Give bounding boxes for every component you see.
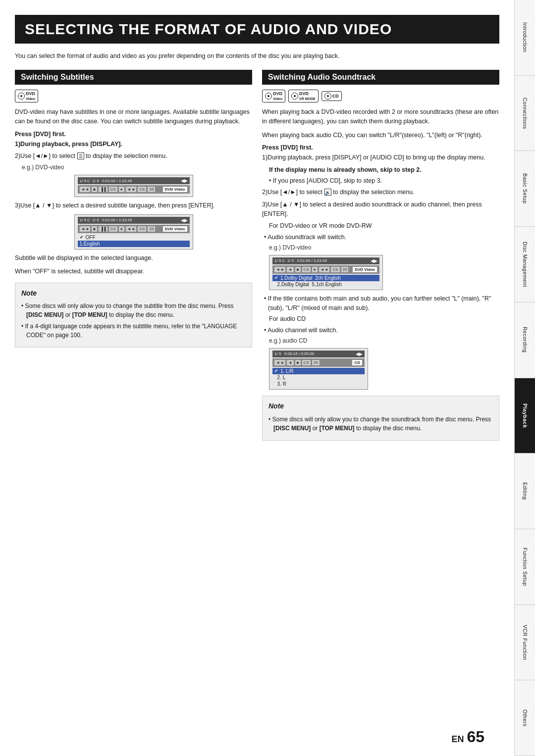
note-item-audio-1: • Some discs will only allow you to chan… bbox=[268, 415, 493, 433]
sidebar-label-others: Others bbox=[522, 709, 528, 727]
intro-text: You can select the format of audio and v… bbox=[15, 51, 499, 61]
lr-text: 1. L/R bbox=[280, 368, 294, 374]
top-menu-bold-r: [TOP MENU] bbox=[320, 425, 355, 432]
cd-icon-5: 25 bbox=[312, 360, 320, 365]
sidebar-item-introduction: Introduction bbox=[515, 0, 535, 76]
step2: 2)Use [◄/►] to select ☰ to display the s… bbox=[15, 151, 252, 161]
dvd-icon-1: ◄◄ bbox=[274, 267, 285, 272]
sidebar-label-playback: Playback bbox=[522, 403, 528, 428]
step3-text: 3)Use [▲ / ▼] to select a desired subtit… bbox=[15, 202, 214, 209]
sidebar-label-function-setup: Function Setup bbox=[522, 548, 528, 586]
icon-4: CS bbox=[109, 187, 117, 192]
sidebar-label-basic-setup: Basic Setup bbox=[522, 173, 528, 204]
icon2-3: ▐▐ bbox=[99, 226, 107, 232]
sidebar-item-connections: Connections bbox=[515, 76, 535, 151]
channel-switch-bullet: • Audio channel will switch. bbox=[262, 326, 499, 335]
disc-icons-audio: DVDVideo DVDVR MODE CD bbox=[262, 90, 499, 102]
for-audio-cd-label: For audio CD bbox=[269, 314, 499, 324]
sidebar-item-function-setup: Function Setup bbox=[515, 529, 535, 605]
cd-eg-label: e.g.) audio CD bbox=[269, 337, 499, 344]
audio-body2: When playing back audio CD, you can swit… bbox=[262, 131, 499, 140]
note-item-2: • If a 4-digit language code appears in … bbox=[21, 322, 246, 340]
press-dvd-label: Press [DVD] first. bbox=[15, 131, 252, 138]
note-item-1: • Some discs will only allow you to chan… bbox=[21, 302, 246, 319]
audio-menu-icon: 🔊 bbox=[324, 189, 331, 196]
screen2-top: 1/ 5 C 1/ 5 0:01:00 / 1:33:45 ◀▶ bbox=[78, 217, 190, 224]
screen-cd-top-text: 1/ 5 0:00:15 / 0:05:00 bbox=[274, 352, 314, 356]
note-title-right: Note bbox=[268, 401, 493, 412]
dvd-icon-8: 25 bbox=[341, 267, 349, 272]
menu-item-off: ✔ OFF bbox=[78, 234, 190, 241]
icon-2: ■ bbox=[92, 187, 97, 192]
check-off: ✔ bbox=[80, 235, 84, 240]
audio-step1-sub: If the display menu is already shown, sk… bbox=[269, 165, 499, 175]
icon-3: ▐▐ bbox=[99, 187, 107, 192]
dvd-text-audio: DVDVideo bbox=[273, 91, 282, 101]
menu-dolby-2: 2.Dolby Digital 5.1ch English bbox=[272, 281, 379, 288]
audio-step3: 3)Use [▲ / ▼] to select a desired audio … bbox=[262, 200, 499, 219]
menu-l: 2. L bbox=[272, 374, 365, 381]
page-number-area: EN 65 bbox=[451, 728, 484, 746]
dolby-2-text: 2.Dolby Digital 5.1ch English bbox=[274, 282, 342, 287]
icon2-4: CS bbox=[109, 226, 117, 232]
after-step-1: Subtitle will be displayed in the select… bbox=[15, 253, 252, 263]
sidebar-item-basic-setup: Basic Setup bbox=[515, 151, 535, 227]
audio-step2-rest: to display the selection menu. bbox=[333, 189, 415, 196]
icon2-8: 25 bbox=[148, 226, 155, 232]
dvd-icon-2: ◄ bbox=[287, 267, 294, 272]
main-content: SELECTING THE FORMAT OF AUDIO AND VIDEO … bbox=[0, 0, 514, 756]
two-column-layout: Switching Subtitles DVDVideo DVD-video m… bbox=[15, 70, 499, 441]
l-text: 2. L bbox=[274, 375, 285, 380]
screen2-top-text: 1/ 5 C 1/ 5 0:01:00 / 1:33:45 bbox=[80, 218, 132, 222]
after-step-2: When "OFF" is selected, subtitle will di… bbox=[15, 267, 252, 276]
screen1-arrow: ◀▶ bbox=[181, 178, 188, 183]
icon2-1: ◄◄ bbox=[80, 226, 91, 232]
dvd-icon-4: CS bbox=[302, 267, 311, 272]
menu-icon: ☰ bbox=[77, 152, 84, 159]
sidebar-label-disc-management: Disc Management bbox=[522, 242, 528, 287]
dvd-badge-screen: DVD Video bbox=[352, 266, 377, 273]
menu-lr: ✔ 1. L/R bbox=[272, 368, 365, 374]
page-title: SELECTING THE FORMAT OF AUDIO AND VIDEO bbox=[15, 15, 499, 44]
icon-5: ● bbox=[119, 187, 124, 192]
menu-item-english: 1.English bbox=[78, 241, 190, 247]
icon-7: CS bbox=[138, 187, 146, 192]
audio-switch-bullet: • Audio soundtrack will switch. bbox=[262, 233, 499, 242]
dvd-icon-3: ■ bbox=[295, 267, 301, 272]
screen-mock-dvd: 1/ 5 C 1/ 5 0:01:00 / 1:23:45 ◀▶ ◄◄ ◄ ■ … bbox=[269, 255, 383, 290]
screen-cd-top: 1/ 5 0:00:15 / 0:05:00 ◀▶ bbox=[272, 351, 365, 357]
note-box-right: Note • Some discs will only allow you to… bbox=[262, 396, 499, 441]
sidebar-item-vcr-function: VCR Function bbox=[515, 605, 535, 681]
note-title-left: Note bbox=[21, 288, 246, 299]
screen-mock-cd: 1/ 5 0:00:15 / 0:05:00 ◀▶ ◄◄ ◄ ■ CS 25 C… bbox=[269, 348, 368, 390]
screen-cd-arrow: ◀▶ bbox=[356, 352, 363, 356]
skip-step2-label: If the display menu is already shown, sk… bbox=[269, 166, 422, 173]
dvd-circle-icon bbox=[18, 93, 25, 100]
sidebar-item-recording: Recording bbox=[515, 302, 535, 378]
dvd-eg-label: e.g.) DVD-video bbox=[269, 244, 499, 251]
dvd-icon-audio: DVDVideo bbox=[262, 90, 285, 102]
audio-step2: 2)Use [◄/►] to select 🔊 to display the s… bbox=[262, 188, 499, 197]
sidebar: Introduction Connections Basic Setup Dis… bbox=[514, 0, 535, 756]
for-dvd-label: For DVD-video or VR mode DVD-RW bbox=[269, 221, 499, 231]
cd-circle bbox=[324, 93, 331, 100]
step2-eg: e.g.) DVD-video bbox=[22, 164, 252, 171]
icon2-5: ● bbox=[119, 226, 124, 232]
dvd-icon-6: ◄◄ bbox=[319, 267, 330, 272]
disc-icons-subtitles: DVDVideo bbox=[15, 90, 252, 102]
sidebar-label-editing: Editing bbox=[522, 482, 528, 500]
menu-off-text: OFF bbox=[86, 235, 96, 240]
icon-8: 25 bbox=[148, 187, 155, 192]
r-text: 3. R bbox=[274, 381, 286, 387]
screen1-top-text: 1/ 5 C 1/ 5 0:01:00 / 1:23:45 bbox=[80, 179, 132, 183]
screen-mock-2: 1/ 5 C 1/ 5 0:01:00 / 1:33:45 ◀▶ ◄◄ ■ ▐▐… bbox=[74, 214, 193, 250]
audio-cd-skip: • If you press [AUDIO CD], skip to step … bbox=[269, 177, 382, 184]
dvd-circle-audio bbox=[265, 93, 272, 100]
audio-press-dvd: Press [DVD] first. bbox=[262, 144, 499, 151]
menu-r: 3. R bbox=[272, 381, 365, 387]
dvd-vr-text: DVDVR MODE bbox=[299, 91, 316, 101]
screen-dvd-top: 1/ 5 C 1/ 5 0:01:00 / 1:23:45 ◀▶ bbox=[272, 257, 379, 264]
main-sub-bullet: • If the title contains both main and su… bbox=[262, 294, 499, 313]
screen-mock-1: 1/ 5 C 1/ 5 0:01:00 / 1:23:45 ◀▶ ◄◄ ■ ▐▐… bbox=[74, 175, 193, 197]
cd-badge-screen: CD bbox=[352, 359, 363, 366]
